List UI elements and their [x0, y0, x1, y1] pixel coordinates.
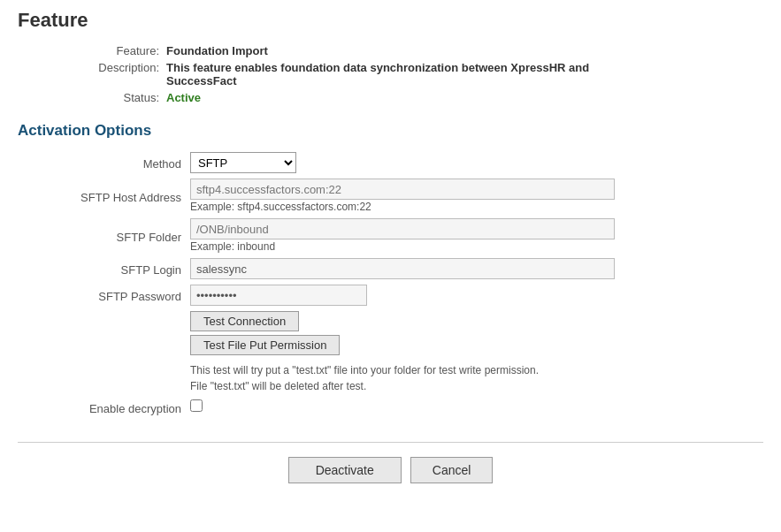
method-label: Method	[18, 155, 181, 171]
status-value: Active	[166, 91, 201, 104]
enable-decryption-wrap	[190, 399, 203, 412]
enable-decryption-checkbox[interactable]	[190, 399, 203, 412]
deactivate-button[interactable]: Deactivate	[288, 457, 402, 483]
activation-options-title: Activation Options	[18, 122, 763, 140]
description-label: Description:	[71, 61, 159, 74]
permission-note-line2: File "test.txt" will be deleted after te…	[190, 380, 366, 392]
status-label: Status:	[71, 91, 159, 104]
sftp-password-row: SFTP Password	[18, 285, 763, 306]
sftp-host-label: SFTP Host Address	[18, 188, 181, 204]
description-value: This feature enables foundation data syn…	[166, 61, 662, 87]
cancel-button[interactable]: Cancel	[410, 457, 494, 483]
test-file-put-button[interactable]: Test File Put Permission	[190, 335, 340, 355]
page-title: Feature	[18, 9, 763, 32]
test-buttons-row: Test Connection Test File Put Permission…	[18, 311, 763, 394]
activation-options-section: Activation Options Method SFTP FTP HTTP …	[18, 122, 763, 415]
sftp-password-label: SFTP Password	[18, 287, 181, 303]
feature-label: Feature:	[71, 44, 159, 57]
action-buttons: Deactivate Cancel	[18, 457, 763, 483]
test-connection-button[interactable]: Test Connection	[190, 311, 299, 331]
sftp-folder-input[interactable]	[190, 218, 615, 239]
enable-decryption-row: Enable decryption	[18, 399, 763, 415]
sftp-folder-example: Example: inbound	[190, 240, 615, 253]
sftp-login-label: SFTP Login	[18, 261, 181, 277]
sftp-folder-label: SFTP Folder	[18, 228, 181, 244]
section-divider	[18, 442, 763, 443]
test-buttons-spacer	[18, 311, 181, 314]
sftp-host-input[interactable]	[190, 179, 615, 200]
sftp-login-input[interactable]	[190, 258, 615, 279]
method-select[interactable]: SFTP FTP HTTP	[190, 152, 296, 173]
description-row: Description: This feature enables founda…	[71, 61, 763, 87]
status-row: Status: Active	[71, 91, 763, 104]
sftp-host-row: SFTP Host Address Example: sftp4.success…	[18, 179, 763, 213]
method-row: Method SFTP FTP HTTP	[18, 152, 763, 173]
sftp-folder-row: SFTP Folder Example: inbound	[18, 218, 763, 253]
enable-decryption-label: Enable decryption	[18, 399, 181, 415]
feature-name-row: Feature: Foundation Import	[71, 44, 763, 57]
feature-info: Feature: Foundation Import Description: …	[71, 44, 763, 104]
feature-value: Foundation Import	[166, 44, 268, 57]
sftp-host-example: Example: sftp4.successfactors.com:22	[190, 201, 615, 213]
sftp-password-input[interactable]	[190, 285, 367, 306]
permission-note: This test will try put a "test.txt" file…	[190, 362, 539, 394]
permission-note-line1: This test will try put a "test.txt" file…	[190, 364, 539, 376]
sftp-login-row: SFTP Login	[18, 258, 763, 279]
test-buttons-wrap: Test Connection Test File Put Permission…	[190, 311, 539, 394]
